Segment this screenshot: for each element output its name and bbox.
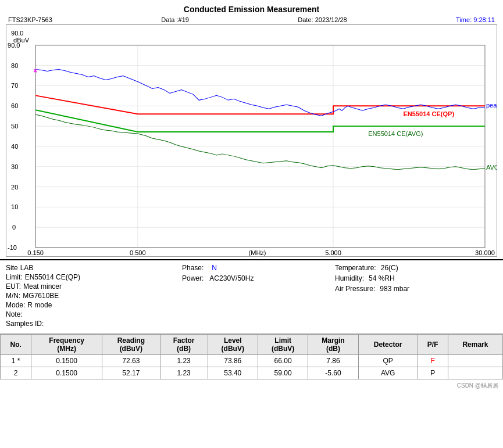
svg-text:60: 60 (11, 102, 18, 109)
mn-label: M/N: (6, 292, 20, 300)
table-cell: 0.1500 (31, 367, 102, 379)
mode-row: Mode: R mode (6, 301, 168, 309)
table-cell: 66.00 (258, 355, 308, 367)
table-cell: 1 * (1, 355, 31, 367)
svg-text:90.0: 90.0 (8, 42, 20, 49)
table-cell: 1.23 (160, 355, 208, 367)
table-row: 20.150052.171.2353.4059.00-5.60AVGP (1, 367, 503, 379)
svg-text:80: 80 (11, 62, 18, 69)
power-label: Power: (182, 274, 204, 282)
site-row: Site LAB (6, 264, 168, 272)
mn-row: M/N: MG7610BE (6, 292, 168, 300)
eut-label: EUT: (6, 282, 21, 291)
svg-text:90.0: 90.0 (11, 30, 23, 37)
svg-text:30.000: 30.000 (475, 249, 495, 256)
date-label: Date: 2023/12/28 (298, 16, 347, 23)
svg-text:70: 70 (11, 82, 18, 89)
table-cell: 72.63 (102, 355, 160, 367)
chart-container: 90.0 dBuV 90.0 80 70 (6, 24, 497, 257)
site-label: Site (6, 264, 18, 272)
col-factor: Factor(dB) (160, 335, 208, 355)
svg-text:50: 50 (11, 123, 18, 130)
device-id: FTS23KP-7563 (8, 16, 52, 23)
col-remark: Remark (448, 335, 502, 355)
col-pf: P/F (418, 335, 448, 355)
table-cell: -5.60 (308, 367, 358, 379)
temp-label: Temperature: (335, 264, 376, 272)
temp-value: 26(C) (381, 264, 398, 272)
table-cell: QP (358, 355, 418, 367)
phase-label: Phase: (182, 264, 204, 272)
svg-text:40: 40 (11, 143, 18, 150)
chart-meta: FTS23KP-7563 Data :#19 Date: 2023/12/28 … (6, 16, 497, 23)
mn-value: MG7610BE (23, 292, 59, 300)
info-col-mid: Phase: N Power: AC230V/50Hz (170, 264, 333, 328)
svg-text:5.000: 5.000 (325, 249, 341, 256)
table-body: 1 *0.150072.631.2373.8666.007.86QPF20.15… (1, 355, 503, 379)
svg-text:20: 20 (11, 184, 18, 191)
time-label: Time: 9:28:11 (456, 16, 495, 23)
svg-text:×: × (33, 67, 37, 75)
table-cell: 52.17 (102, 367, 160, 379)
table-header-row: No. Frequency(MHz) Reading(dBuV) Factor(… (1, 335, 503, 355)
mode-label: Mode: (6, 301, 25, 309)
chart-title: Conducted Emission Measurement (6, 5, 497, 14)
chart-canvas: 90.0 dBuV 90.0 80 70 (6, 25, 497, 256)
table-cell: P (418, 367, 448, 379)
col-no: No. (1, 335, 31, 355)
watermark: CSDN @蜗居居 (457, 382, 498, 390)
svg-text:(MHz): (MHz) (249, 249, 266, 256)
svg-text:EN55014 CE(QP): EN55014 CE(QP) (403, 110, 454, 117)
temp-row: Temperature: 26(C) (335, 264, 497, 272)
note-label: Note: (6, 310, 23, 318)
pressure-label: Air Pressure: (335, 285, 375, 293)
svg-text:EN55014 CE(AVG): EN55014 CE(AVG) (368, 130, 423, 137)
site-value: LAB (20, 264, 34, 272)
power-value: AC230V/50Hz (209, 274, 254, 282)
humidity-row: Humidity: 54 %RH (335, 274, 497, 282)
table-cell: 73.86 (208, 355, 258, 367)
data-label: Data :#19 (161, 16, 189, 23)
svg-text:0.500: 0.500 (130, 249, 146, 256)
phase-row: Phase: N (182, 264, 333, 272)
note-row: Note: (6, 310, 168, 318)
measurements-table: No. Frequency(MHz) Reading(dBuV) Factor(… (0, 334, 503, 379)
page-wrapper: Conducted Emission Measurement FTS23KP-7… (0, 0, 503, 391)
svg-text:peak: peak (486, 102, 497, 109)
power-row: Power: AC230V/50Hz (182, 274, 333, 282)
table-cell: 1.23 (160, 367, 208, 379)
table-cell: 53.40 (208, 367, 258, 379)
humidity-label: Humidity: (335, 274, 364, 282)
limit-value: EN55014 CE(QP) (25, 273, 80, 281)
samples-row: Samples ID: (6, 320, 168, 328)
info-col-left: Site LAB Limit: EN55014 CE(QP) EUT: Meat… (6, 264, 168, 328)
svg-text:-10: -10 (8, 244, 17, 251)
chart-section: Conducted Emission Measurement FTS23KP-7… (0, 0, 503, 259)
humidity-value: 54 %RH (369, 274, 395, 282)
table-cell (448, 355, 502, 367)
col-frequency: Frequency(MHz) (31, 335, 102, 355)
col-margin: Margin(dB) (308, 335, 358, 355)
chart-svg: 90.0 dBuV 90.0 80 70 (6, 25, 497, 256)
table-cell: AVG (358, 367, 418, 379)
svg-rect-0 (6, 25, 497, 256)
col-detector: Detector (358, 335, 418, 355)
col-limit: Limit(dBuV) (258, 335, 308, 355)
pressure-row: Air Pressure: 983 mbar (335, 285, 497, 293)
table-cell: 2 (1, 367, 31, 379)
svg-text:AVG: AVG (486, 164, 497, 171)
mode-value: R mode (27, 301, 52, 309)
svg-text:0: 0 (12, 224, 16, 231)
table-cell: 59.00 (258, 367, 308, 379)
phase-value: N (212, 264, 217, 272)
eut-value: Meat mincer (23, 282, 62, 291)
svg-text:10: 10 (11, 203, 18, 210)
eut-row: EUT: Meat mincer (6, 282, 168, 291)
col-reading: Reading(dBuV) (102, 335, 160, 355)
table-section: No. Frequency(MHz) Reading(dBuV) Factor(… (0, 334, 503, 379)
table-cell: 0.1500 (31, 355, 102, 367)
col-level: Level(dBuV) (208, 335, 258, 355)
svg-text:30: 30 (11, 163, 18, 170)
limit-label: Limit: (6, 273, 23, 281)
table-cell: 7.86 (308, 355, 358, 367)
